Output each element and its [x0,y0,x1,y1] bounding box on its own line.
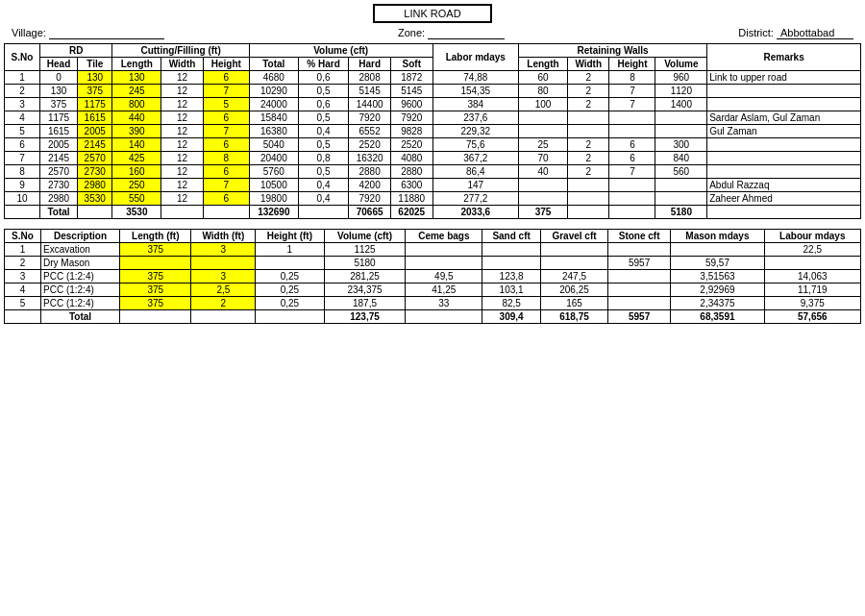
table-row: 16380 [249,125,298,138]
t2-col-mason: Mason mdays [671,230,764,243]
table-row: 2570 [39,165,77,179]
table-row: 16320 [349,152,391,165]
total-cell: 123,75 [324,310,406,324]
table-row: 9,375 [764,297,860,310]
table-row: 277,2 [432,192,518,206]
col-height: Height [203,58,249,71]
table-row: 206,25 [541,283,608,297]
table-row: 1400 [655,98,707,111]
table-row [607,243,670,257]
table-row: 40 [519,165,568,179]
col-cutting: Cutting/Filling (ft) [112,44,249,58]
table-row: 5 [5,297,41,310]
zone-info: Zone: [398,27,505,39]
total-cell [707,206,861,219]
table-row: 1175 [78,98,112,111]
table-row [567,111,608,125]
table-row: 375 [120,243,191,257]
table-row: 7 [203,125,249,138]
table-row: 1872 [390,71,432,85]
total-cell [5,206,40,219]
total-cell: 132690 [249,206,298,219]
table-row [655,111,707,125]
table-row: 0,8 [298,152,348,165]
t2-col-sno: S.No [5,230,41,243]
col-length: Length [112,58,161,71]
table-row [519,111,568,125]
table-row: 4080 [390,152,432,165]
table-row [655,192,707,206]
table-row: 7920 [349,192,391,206]
col-pct-hard: % Hard [298,58,348,71]
table-row: 2730 [78,165,112,179]
total-cell: 375 [519,206,568,219]
table-row: 10290 [249,85,298,98]
table-row: 1125 [324,243,406,257]
t2-col-sand: Sand cft [482,230,541,243]
total-cell: 62025 [390,206,432,219]
table-row: 8 [609,71,655,85]
table-row: 7920 [349,111,391,125]
table-row: 375 [39,98,77,111]
total-cell [78,206,112,219]
table-row: 7 [609,165,655,179]
table-row: 12 [161,138,203,152]
table-row: Sardar Aslam, Gul Zaman [707,111,861,125]
table-row: 390 [112,125,161,138]
table-row: 234,375 [324,283,406,297]
table-row: 0,5 [298,85,348,98]
table-row: 2730 [39,179,77,192]
table-row: 22,5 [764,243,860,257]
table-row: 2880 [390,165,432,179]
table-row: 440 [112,111,161,125]
table-row: 2 [5,257,41,270]
table-row: 6 [203,192,249,206]
total-cell: 2033,6 [432,206,518,219]
table-row: 154,35 [432,85,518,98]
table-row: 2 [567,138,608,152]
table-row: 2,34375 [671,297,764,310]
table-row [609,125,655,138]
table-row: 130 [39,85,77,98]
table-row: 0,5 [298,165,348,179]
total-cell [120,310,191,324]
title-section: LINK ROAD [4,4,861,23]
total-cell: 68,3591 [671,310,764,324]
col-labor: Labor mdays [432,44,518,71]
table-row: 250 [112,179,161,192]
table-row: 15840 [249,111,298,125]
table-row: 8 [5,165,40,179]
table-row: 2 [191,297,256,310]
table-row: 550 [112,192,161,206]
table-row: 840 [655,152,707,165]
table-row: 123,8 [482,270,541,283]
table-row: PCC (1:2:4) [40,283,119,297]
table-row [707,165,861,179]
table-row: 160 [112,165,161,179]
table-row: 3,51563 [671,270,764,283]
table-row: 3 [191,270,256,283]
table-row: 229,32 [432,125,518,138]
total-cell: 309,4 [482,310,541,324]
table-row: 6 [609,138,655,152]
table-row [707,98,861,111]
table-row: 375 [120,297,191,310]
table-row: 9600 [390,98,432,111]
table-row: 1 [5,71,40,85]
table-row [655,125,707,138]
table-row [519,179,568,192]
table-row [406,243,482,257]
table-row: 59,57 [671,257,764,270]
table-row: 4 [5,283,41,297]
table-row: 0,25 [256,297,324,310]
t2-col-height: Height (ft) [256,230,324,243]
info-row: Village: Zone: District: Abbottabad [12,27,853,39]
table-row: 2980 [78,179,112,192]
table-row: 2880 [349,165,391,179]
table-row: PCC (1:2:4) [40,270,119,283]
t2-col-labour: Labour mdays [764,230,860,243]
table-row: 0,4 [298,179,348,192]
col-hard: Hard [349,58,391,71]
t2-col-cement: Ceme bags [406,230,482,243]
total-cell: Total [40,310,119,324]
